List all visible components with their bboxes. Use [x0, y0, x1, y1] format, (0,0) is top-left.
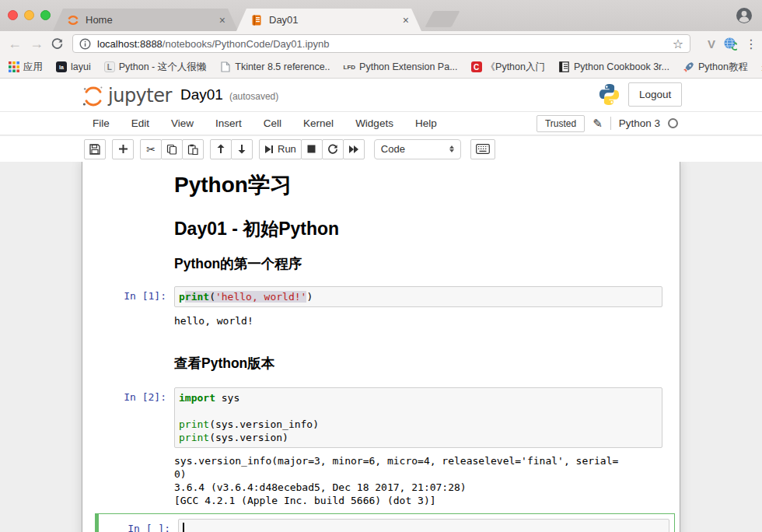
code-input-active[interactable]	[178, 519, 669, 532]
menu-kernel[interactable]: Kernel	[292, 112, 344, 135]
bookmark-label: 《Python入门	[486, 61, 545, 74]
menu-help[interactable]: Help	[404, 112, 448, 135]
kernel-name: Python 3	[619, 117, 660, 129]
interrupt-kernel-button[interactable]	[301, 139, 323, 159]
bookmark-apps[interactable]: 应用	[8, 61, 43, 74]
bookmark-python-rumen[interactable]: C 《Python入门	[471, 61, 545, 74]
browser-menu-icon[interactable]: ⋮	[745, 37, 757, 51]
menu-view[interactable]: View	[160, 112, 204, 135]
bookmark-layui[interactable]: la layui	[56, 61, 91, 72]
bookmark-python-cookbook[interactable]: Python Cookbook 3r...	[558, 61, 669, 73]
reload-icon[interactable]	[47, 33, 67, 54]
code-cell-3-selected[interactable]: In [ ]:	[95, 513, 675, 532]
tab-close-icon[interactable]: ×	[401, 14, 411, 26]
heading-2: Day01 - 初始Python	[174, 218, 662, 240]
code-input[interactable]: print('hello, world!')	[174, 286, 662, 307]
jupyter-toolbar: ✂	[0, 136, 762, 162]
menu-edit[interactable]: Edit	[121, 112, 160, 135]
move-cell-up-button[interactable]	[210, 139, 232, 159]
output-cell-1: hello, world!	[82, 314, 680, 327]
lfd-icon: LFD	[344, 64, 356, 71]
bookmark-python-jiaocheng[interactable]: Python教程	[683, 61, 748, 74]
autosave-status: (autosaved)	[229, 91, 278, 102]
refresh-icon	[327, 144, 338, 155]
extension-v-icon[interactable]: V	[708, 37, 715, 51]
command-palette-button[interactable]	[470, 139, 495, 159]
notebook-scroll-area[interactable]: Python学习 Day01 - 初始Python Python的第一个程序 I…	[0, 162, 762, 532]
jupyter-logo[interactable]: jupyter	[82, 83, 172, 107]
scissors-icon: ✂	[146, 143, 156, 156]
markdown-cell-version[interactable]: 查看Python版本	[82, 355, 680, 372]
restart-kernel-button[interactable]	[322, 139, 344, 159]
logout-button[interactable]: Logout	[628, 82, 682, 107]
minimize-window-button[interactable]	[24, 10, 34, 20]
tab-close-icon[interactable]: ×	[218, 14, 227, 26]
menu-widgets[interactable]: Widgets	[344, 112, 404, 135]
run-cell-button[interactable]: Run	[259, 139, 302, 159]
page-info-icon[interactable]	[79, 38, 91, 50]
heading-3-first-program: Python的第一个程序	[174, 255, 662, 272]
bookmark-label: Python教程	[698, 61, 748, 74]
menu-insert[interactable]: Insert	[204, 112, 253, 135]
bookmark-liaoxuefeng[interactable]: L Python - 这个人很懒	[104, 61, 207, 74]
bookmark-label: Tkinter 8.5 reference..	[235, 61, 330, 72]
output-text: hello, world!	[174, 314, 662, 327]
bookmark-tkinter[interactable]: Tkinter 8.5 reference..	[219, 61, 330, 73]
output-text: sys.version_info(major=3, minor=6, micro…	[174, 454, 662, 507]
tab-day01[interactable]: Day01 ×	[236, 9, 421, 31]
close-window-button[interactable]	[8, 10, 18, 20]
jupyter-logo-icon	[82, 83, 105, 107]
markdown-cell-title[interactable]: Python学习 Day01 - 初始Python Python的第一个程序	[82, 172, 680, 272]
zoom-window-button[interactable]	[40, 10, 51, 20]
bookmark-label: 应用	[23, 61, 43, 74]
csdn-icon: C	[471, 61, 482, 72]
fast-forward-icon	[348, 145, 359, 154]
bookmark-python-extension[interactable]: LFD Python Extension Pa...	[344, 61, 458, 72]
apps-grid-icon	[8, 61, 19, 73]
document-icon	[219, 61, 231, 73]
restart-run-all-button[interactable]	[343, 139, 365, 159]
jupyter-logo-text: jupyter	[108, 85, 172, 107]
menu-file[interactable]: File	[82, 112, 121, 135]
trusted-button[interactable]: Trusted	[537, 115, 585, 132]
cell-type-value: Code	[381, 143, 405, 155]
paste-cell-button[interactable]	[182, 139, 204, 159]
pencil-icon: ✎	[592, 117, 603, 131]
run-label: Run	[278, 143, 296, 155]
menu-cell[interactable]: Cell	[253, 112, 292, 135]
output-cell-2: sys.version_info(major=3, minor=6, micro…	[82, 454, 680, 507]
cut-cell-button[interactable]: ✂	[140, 139, 162, 159]
bookmark-star-icon[interactable]: ☆	[673, 37, 683, 51]
python-logo-icon	[597, 82, 621, 107]
step-forward-icon	[264, 145, 274, 154]
tab-label: Day01	[269, 14, 401, 26]
browser-navbar: ← → localhost:8888/notebooks/PythonCode/…	[0, 31, 762, 56]
move-cell-down-button[interactable]	[231, 139, 253, 159]
globe-extension-icon[interactable]	[723, 37, 737, 51]
copy-cell-button[interactable]	[161, 139, 183, 159]
forward-icon[interactable]: →	[26, 33, 47, 54]
back-icon[interactable]: ←	[5, 33, 25, 54]
address-bar[interactable]: localhost:8888/notebooks/PythonCode/Day0…	[72, 34, 690, 53]
notebook-file-icon	[250, 14, 263, 26]
code-cell-2[interactable]: In [2]: import sys print(sys.version_inf…	[82, 387, 680, 448]
new-tab-button[interactable]	[425, 11, 460, 27]
bookmark-label: Python Cookbook 3r...	[574, 61, 669, 72]
add-cell-button[interactable]	[112, 139, 134, 159]
tab-label: Home	[86, 14, 218, 26]
layui-icon: la	[56, 61, 67, 72]
text-cursor	[183, 523, 184, 532]
notebook-title[interactable]: Day01	[180, 86, 223, 103]
letter-l-icon: L	[104, 61, 115, 72]
tab-home[interactable]: Home ×	[53, 9, 238, 31]
code-cell-1[interactable]: In [1]: print('hello, world!')	[82, 286, 680, 307]
jupyter-logo-icon	[67, 14, 79, 26]
bookmarks-bar: 应用 la layui L Python - 这个人很懒 Tkinter 8.5…	[0, 56, 762, 79]
code-input[interactable]: import sys print(sys.version_info)print(…	[174, 387, 662, 448]
bookmark-label: Python Extension Pa...	[359, 61, 457, 72]
url-host: localhost:8888	[97, 38, 163, 50]
profile-avatar-icon[interactable]	[736, 7, 753, 24]
save-button[interactable]	[84, 139, 106, 159]
cell-type-dropdown[interactable]: Code	[374, 139, 461, 159]
jupyter-menubar: File Edit View Insert Cell Kernel Widget…	[0, 111, 762, 135]
